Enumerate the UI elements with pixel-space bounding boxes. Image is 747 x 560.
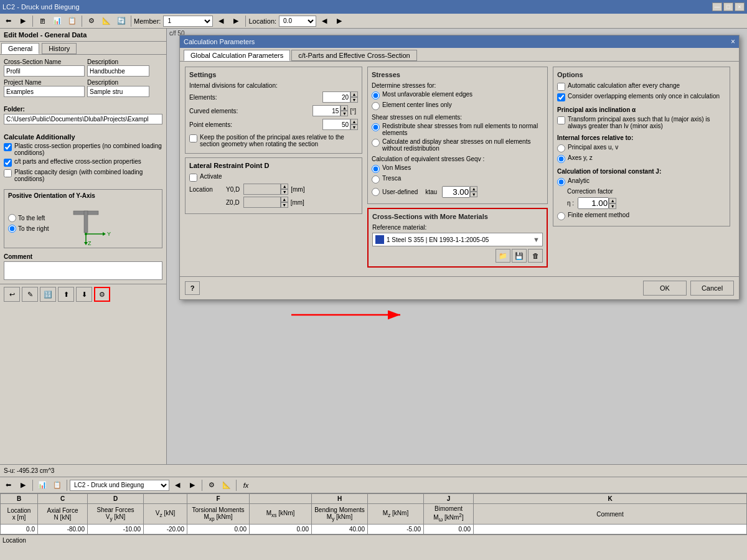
- to-left-radio[interactable]: [8, 214, 16, 222]
- point-input[interactable]: [322, 119, 350, 130]
- maximize-button[interactable]: □: [723, 2, 733, 11]
- principal-axes-radio[interactable]: [557, 144, 565, 152]
- activate-checkbox[interactable]: [189, 174, 197, 182]
- bottom-btn-2[interactable]: ✎: [22, 287, 38, 302]
- curved-down-arrow[interactable]: ▼: [341, 111, 348, 116]
- auto-calc-checkbox[interactable]: [557, 83, 565, 91]
- bottom-btn-4[interactable]: ⬆: [58, 287, 74, 302]
- cb2-checkbox[interactable]: [4, 159, 12, 167]
- elements-down-arrow[interactable]: ▼: [350, 97, 358, 103]
- calc-display-radio[interactable]: [372, 139, 380, 147]
- mat-btn-1[interactable]: 📁: [496, 249, 510, 263]
- bt-btn-1[interactable]: ⬅: [1, 479, 15, 492]
- project-desc-input[interactable]: [87, 86, 149, 97]
- material-selector[interactable]: 1 Steel S 355 | EN 1993-1-1:2005-05 ▼: [372, 233, 543, 246]
- bt-prev-btn[interactable]: ◀: [171, 479, 184, 492]
- axes-yz-radio[interactable]: [557, 155, 565, 163]
- z00-input[interactable]: [243, 197, 281, 208]
- ok-button[interactable]: OK: [643, 281, 687, 296]
- close-button[interactable]: ×: [735, 2, 745, 11]
- member-next-btn[interactable]: ▶: [229, 15, 243, 27]
- principal-axes-row: Principal axes u, v: [557, 144, 726, 152]
- cancel-button[interactable]: Cancel: [690, 281, 734, 296]
- bottom-btn-3[interactable]: 🔢: [40, 287, 56, 302]
- elements-input[interactable]: [322, 91, 350, 103]
- finite-element-radio[interactable]: [557, 212, 565, 220]
- most-unfavorable-radio[interactable]: [372, 91, 380, 100]
- transform-checkbox[interactable]: [557, 116, 565, 124]
- toolbar-btn-3[interactable]: 🖹: [35, 15, 49, 27]
- description-input[interactable]: [87, 65, 149, 77]
- location-select[interactable]: 0.0: [279, 16, 316, 27]
- lateral-restraint-group: Lateral Restraint Point D Activate Locat…: [185, 157, 362, 214]
- z00-up[interactable]: ▲: [281, 197, 288, 202]
- dialog-tab-global[interactable]: Global Calculation Parameters: [184, 50, 290, 61]
- bottom-btn-highlighted[interactable]: ⚙: [94, 287, 110, 302]
- bt-next-btn[interactable]: ▶: [186, 479, 199, 492]
- bt-fx-btn[interactable]: fx: [239, 479, 253, 492]
- to-right-radio[interactable]: [8, 225, 16, 233]
- eta-input[interactable]: [578, 197, 609, 209]
- toolbar-btn-5[interactable]: 📋: [65, 15, 79, 27]
- toolbar-btn-1[interactable]: ⬅: [1, 15, 15, 27]
- torsional-label: Calculation of torsional constant J:: [557, 168, 726, 175]
- comment-input[interactable]: [4, 261, 162, 280]
- mat-btn-2[interactable]: 💾: [512, 249, 527, 263]
- user-defined-radio[interactable]: [372, 188, 380, 196]
- dialog-tab-ct[interactable]: c/t-Parts and Effective Cross-Section: [291, 50, 417, 61]
- tab-general[interactable]: General: [1, 43, 39, 54]
- center-lines-radio[interactable]: [372, 102, 380, 110]
- bt-lc-select[interactable]: LC2 - Druck und Biegung: [70, 480, 169, 491]
- analytic-radio[interactable]: [557, 178, 565, 186]
- toolbar-btn-4[interactable]: 📊: [50, 15, 64, 27]
- redistribute-radio[interactable]: [372, 123, 380, 131]
- bottom-btn-1[interactable]: ↩: [4, 287, 20, 302]
- elements-up-arrow[interactable]: ▲: [350, 91, 358, 97]
- location-next-btn[interactable]: ▶: [332, 15, 346, 27]
- bt-btn-2[interactable]: ▶: [16, 479, 30, 492]
- cross-section-inputs: [4, 65, 162, 77]
- overlap-checkbox[interactable]: [557, 93, 565, 101]
- mat-btn-3[interactable]: 🗑: [528, 249, 543, 263]
- tresca-radio[interactable]: [372, 175, 380, 184]
- point-down-arrow[interactable]: ▼: [350, 124, 358, 130]
- location-prev-btn[interactable]: ◀: [317, 15, 331, 27]
- bt-btn-5[interactable]: ⚙: [205, 479, 218, 492]
- status-text: S-u: -495.23 cm^3: [4, 467, 54, 474]
- z00-spin-arrows: ▲ ▼: [281, 197, 288, 208]
- curved-row: Curved elements: ▲ ▼ [°]: [189, 105, 358, 116]
- bottom-btn-5[interactable]: ⬇: [76, 287, 92, 302]
- curved-up-arrow[interactable]: ▲: [341, 105, 348, 111]
- y00-input[interactable]: [243, 184, 281, 195]
- ktau-input[interactable]: [442, 186, 470, 198]
- toolbar-btn-8[interactable]: 🔄: [115, 15, 128, 27]
- tab-history[interactable]: History: [42, 43, 77, 54]
- bt-btn-4[interactable]: 📋: [50, 479, 64, 492]
- ktau-down[interactable]: ▼: [470, 192, 477, 197]
- keep-position-checkbox[interactable]: [189, 134, 197, 142]
- cb3-checkbox[interactable]: [4, 169, 12, 177]
- cb1-checkbox[interactable]: [4, 143, 12, 151]
- curved-input[interactable]: [312, 105, 341, 116]
- y00-down[interactable]: ▼: [281, 189, 288, 195]
- toolbar-btn-6[interactable]: ⚙: [85, 15, 98, 27]
- member-prev-btn[interactable]: ◀: [214, 15, 228, 27]
- member-select[interactable]: 1: [163, 16, 213, 27]
- toolbar-btn-7[interactable]: 📐: [100, 15, 113, 27]
- z00-down[interactable]: ▼: [281, 202, 288, 208]
- y00-up[interactable]: ▲: [281, 184, 288, 189]
- bt-btn-6[interactable]: 📐: [220, 479, 233, 492]
- material-dropdown-icon[interactable]: ▼: [533, 236, 540, 243]
- eta-up[interactable]: ▲: [609, 198, 616, 203]
- toolbar-btn-2[interactable]: ▶: [16, 15, 30, 27]
- cross-section-name-input[interactable]: [4, 65, 85, 77]
- bt-btn-3[interactable]: 📊: [35, 479, 49, 492]
- dialog-close-button[interactable]: ×: [731, 37, 735, 46]
- help-button[interactable]: ?: [185, 281, 200, 295]
- project-name-input[interactable]: [4, 86, 85, 97]
- von-mises-radio[interactable]: [372, 165, 380, 173]
- ktau-up[interactable]: ▲: [470, 186, 477, 192]
- point-up-arrow[interactable]: ▲: [350, 119, 358, 124]
- minimize-button[interactable]: —: [712, 2, 722, 11]
- eta-down[interactable]: ▼: [609, 203, 616, 209]
